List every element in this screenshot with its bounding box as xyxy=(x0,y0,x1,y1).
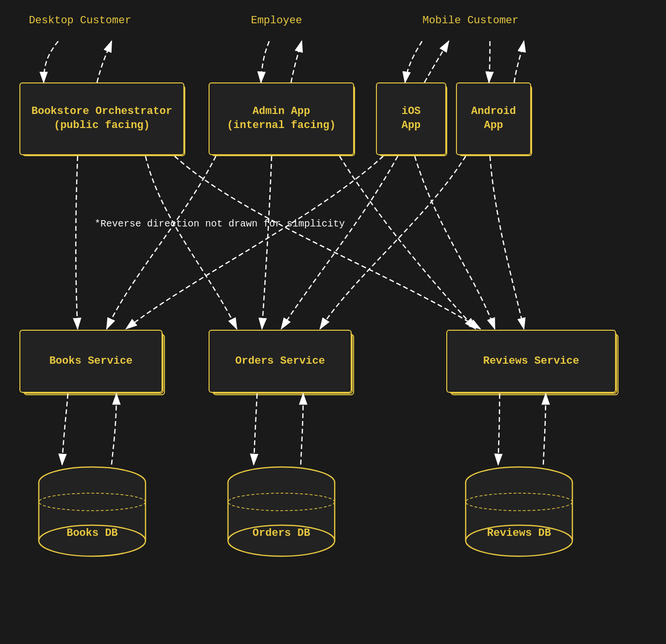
orders-service-box: Orders Service xyxy=(209,330,352,393)
android-app-label: Android App xyxy=(471,105,516,132)
books-service-label: Books Service xyxy=(49,354,133,369)
orders-db: Orders DB xyxy=(218,466,344,563)
ios-app-label: iOS App xyxy=(402,105,421,132)
desktop-customer-label: Desktop Customer xyxy=(27,15,133,27)
employee-label: Employee xyxy=(238,15,315,27)
books-service-box: Books Service xyxy=(19,330,162,393)
orders-service-label: Orders Service xyxy=(235,354,325,369)
svg-text:Books DB: Books DB xyxy=(66,527,118,539)
mobile-customer-label: Mobile Customer xyxy=(398,15,543,27)
orchestrator-box: Bookstore Orchestrator (public facing) xyxy=(19,82,184,155)
ios-app-box: iOS App xyxy=(376,82,446,155)
reviews-service-label: Reviews Service xyxy=(483,354,579,369)
android-app-box: Android App xyxy=(456,82,531,155)
reviews-service-box: Reviews Service xyxy=(446,330,616,393)
simplicity-note: *Reverse direction not drawn for simplic… xyxy=(95,218,345,229)
architecture-diagram: Desktop Customer Employee Mobile Custome… xyxy=(0,0,666,644)
admin-app-label: Admin App (internal facing) xyxy=(227,105,336,132)
svg-text:Orders DB: Orders DB xyxy=(253,527,310,539)
admin-app-box: Admin App (internal facing) xyxy=(209,82,354,155)
books-db: Books DB xyxy=(29,466,155,563)
svg-text:Reviews DB: Reviews DB xyxy=(487,527,551,539)
reviews-db: Reviews DB xyxy=(456,466,582,563)
orchestrator-label: Bookstore Orchestrator (public facing) xyxy=(32,105,172,132)
